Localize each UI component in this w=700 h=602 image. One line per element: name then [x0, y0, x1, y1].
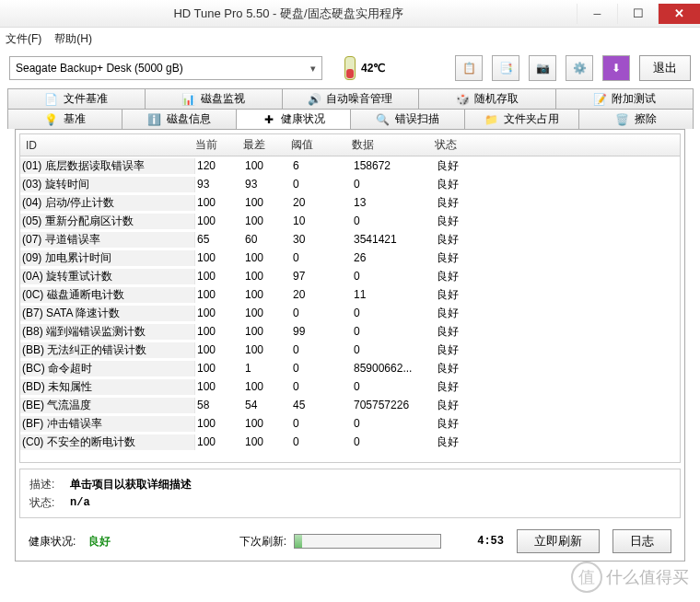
- tab-icon: 📄: [45, 93, 58, 106]
- tab-icon: 📊: [182, 93, 195, 106]
- copy-info-button[interactable]: 📑: [492, 55, 519, 81]
- table-row[interactable]: (09) 加电累计时间100100026良好: [20, 249, 680, 267]
- options-button[interactable]: ⚙️: [566, 55, 593, 81]
- col-header-data[interactable]: 数据: [352, 137, 435, 153]
- table-row[interactable]: (BF) 冲击错误率10010000良好: [20, 414, 680, 433]
- temperature-value: 42℃: [361, 62, 385, 75]
- cell: 97: [291, 270, 352, 283]
- tab-附加测试[interactable]: 📝附加测试: [555, 88, 694, 109]
- camera-icon: 📷: [536, 62, 549, 75]
- cell: 0: [291, 417, 352, 430]
- table-header: ID 当前 最差 阈值 数据 状态: [20, 134, 680, 156]
- cell: 0: [352, 214, 435, 227]
- cell: 良好: [435, 158, 508, 174]
- cell: 13: [352, 196, 435, 209]
- toolbar: Seagate Backup+ Desk (5000 gB) 42℃ 📋 📑 📷…: [0, 50, 700, 87]
- table-row[interactable]: (03) 旋转时间939300良好: [20, 175, 680, 193]
- drive-select[interactable]: Seagate Backup+ Desk (5000 gB): [9, 56, 322, 80]
- col-header-worst[interactable]: 最差: [243, 137, 291, 153]
- cell: 65: [195, 233, 243, 246]
- table-body[interactable]: (01) 底层数据读取错误率1201006158672良好(03) 旋转时间93…: [20, 156, 680, 462]
- table-row[interactable]: (07) 寻道错误率6560303541421良好: [20, 230, 680, 249]
- refresh-timer: 4:53: [449, 535, 504, 548]
- description-value: 单击项目以获取详细描述: [70, 477, 192, 492]
- smart-table: ID 当前 最差 阈值 数据 状态 (01) 底层数据读取错误率12010061…: [19, 133, 681, 463]
- cell: 158672: [352, 159, 435, 172]
- tab-文件夹占用[interactable]: 📁文件夹占用: [464, 109, 579, 129]
- tab-content: ID 当前 最差 阈值 数据 状态 (01) 底层数据读取错误率12010061…: [15, 129, 685, 561]
- menu-file[interactable]: 文件(F): [6, 31, 41, 47]
- table-row[interactable]: (BC) 命令超时1001085900662...良好: [20, 359, 680, 377]
- cell: 100: [243, 196, 291, 209]
- table-row[interactable]: (C0) 不安全的断电计数10010000良好: [20, 433, 680, 451]
- tab-擦除[interactable]: 🗑️擦除: [578, 109, 694, 129]
- table-row[interactable]: (05) 重新分配扇区计数100100100良好: [20, 212, 680, 230]
- tab-label: 随机存取: [474, 91, 519, 107]
- col-header-current[interactable]: 当前: [195, 137, 243, 153]
- cell: 100: [243, 270, 291, 283]
- description-label: 描述:: [29, 477, 70, 492]
- tab-健康状况[interactable]: ✚健康状况: [236, 109, 351, 129]
- tab-随机存取[interactable]: 🎲随机存取: [418, 88, 556, 109]
- cell: 良好: [435, 177, 508, 192]
- cell: 100: [195, 362, 243, 375]
- cell: 100: [195, 307, 243, 319]
- table-row[interactable]: (BB) 无法纠正的错误计数10010000良好: [20, 341, 680, 359]
- cell: 3541421: [352, 233, 435, 246]
- tab-label: 文件基准: [64, 91, 108, 107]
- menu-help[interactable]: 帮助(H): [54, 31, 92, 47]
- tab-磁盘信息[interactable]: ℹ️磁盘信息: [122, 109, 237, 129]
- cell: 100: [195, 435, 243, 448]
- cell: 良好: [435, 361, 508, 376]
- tab-icon: 📝: [593, 93, 606, 106]
- tab-label: 基准: [64, 111, 86, 127]
- log-button[interactable]: 日志: [612, 529, 671, 553]
- cell: 100: [243, 307, 291, 319]
- tab-自动噪音管理[interactable]: 🔊自动噪音管理: [282, 88, 420, 109]
- cell: (B7) SATA 降速计数: [20, 306, 195, 321]
- refresh-now-button[interactable]: 立即刷新: [517, 529, 600, 553]
- minimize-button[interactable]: [577, 4, 617, 24]
- tab-错误扫描[interactable]: 🔍错误扫描: [350, 109, 465, 129]
- table-row[interactable]: (BE) 气流温度585445705757226良好: [20, 396, 680, 414]
- tab-icon: 🗑️: [616, 113, 629, 126]
- table-row[interactable]: (04) 启动/停止计数1001002013良好: [20, 193, 680, 212]
- cell: (03) 旋转时间: [20, 177, 195, 192]
- cell: 0: [352, 380, 435, 393]
- table-row[interactable]: (BD) 未知属性10010000良好: [20, 377, 680, 396]
- col-header-status[interactable]: 状态: [435, 137, 508, 153]
- tab-label: 自动噪音管理: [326, 91, 392, 107]
- save-button[interactable]: ⬇: [602, 55, 630, 81]
- table-row[interactable]: (01) 底层数据读取错误率1201006158672良好: [20, 156, 680, 175]
- tab-icon: 🎲: [456, 93, 469, 106]
- cell: 100: [195, 343, 243, 356]
- cell: 良好: [435, 214, 508, 229]
- tab-文件基准[interactable]: 📄文件基准: [7, 88, 146, 109]
- bottom-bar: 健康状况: 良好 下次刷新: 4:53 立即刷新 日志: [19, 518, 681, 553]
- maximize-button[interactable]: [617, 4, 658, 24]
- cell: 0: [352, 307, 435, 319]
- tab-磁盘监视[interactable]: 📊磁盘监视: [145, 88, 283, 109]
- cell: (05) 重新分配扇区计数: [20, 214, 195, 229]
- copy-button[interactable]: 📋: [455, 55, 483, 81]
- table-row[interactable]: (B7) SATA 降速计数10010000良好: [20, 304, 680, 322]
- col-header-threshold[interactable]: 阈值: [291, 137, 352, 153]
- cell: 11: [352, 288, 435, 301]
- table-row[interactable]: (0A) 旋转重试计数100100970良好: [20, 267, 680, 285]
- cell: 100: [195, 288, 243, 301]
- cell: 100: [243, 159, 291, 172]
- copy-info-icon: 📑: [499, 62, 512, 75]
- description-panel: 描述: 单击项目以获取详细描述 状态: n/a: [19, 469, 681, 518]
- table-row[interactable]: (B8) 端到端错误监测计数100100990良好: [20, 322, 680, 341]
- cell: 0: [352, 417, 435, 430]
- table-row[interactable]: (0C) 磁盘通断电计数1001002011良好: [20, 285, 680, 304]
- cell: 100: [195, 417, 243, 430]
- tab-icon: ✚: [262, 113, 275, 126]
- download-icon: ⬇: [610, 62, 623, 75]
- exit-button[interactable]: 退出: [639, 55, 691, 81]
- close-button[interactable]: [658, 4, 700, 24]
- cell: 20: [291, 196, 352, 209]
- screenshot-button[interactable]: 📷: [529, 55, 556, 81]
- tab-基准[interactable]: 💡基准: [7, 109, 122, 129]
- col-header-id[interactable]: ID: [20, 139, 195, 152]
